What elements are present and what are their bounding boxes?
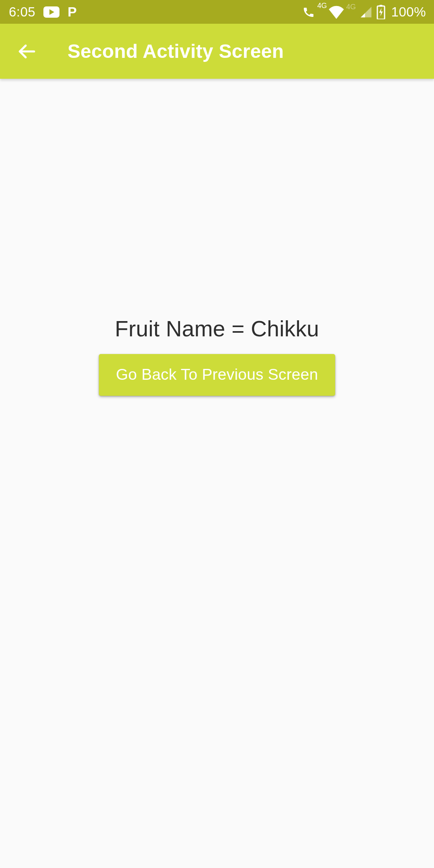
status-bar: 6:05 P 4G 4G [0,0,434,24]
status-right: 4G 4G 100% [302,4,426,20]
app-bar: Second Activity Screen [0,24,434,79]
4g-label-1: 4G [317,2,327,10]
arrow-left-icon [16,41,37,61]
youtube-icon [43,6,59,18]
wifi-icon [328,5,345,19]
battery-charging-icon [376,5,386,19]
battery-percentage: 100% [391,4,426,20]
4g-label-2: 4G [346,3,356,11]
fruit-name-label: Fruit Name = Chikku [115,316,319,342]
phone-4g-icon: 4G [302,6,325,18]
go-back-button[interactable]: Go Back To Previous Screen [99,354,335,396]
pandora-icon: P [68,4,77,20]
svg-rect-1 [379,5,383,7]
main-content: Fruit Name = Chikku Go Back To Previous … [0,79,434,868]
signal-icon [359,6,373,18]
status-left: 6:05 P [9,4,77,20]
page-title: Second Activity Screen [68,40,284,62]
status-time: 6:05 [9,4,35,20]
back-button[interactable] [14,39,39,63]
